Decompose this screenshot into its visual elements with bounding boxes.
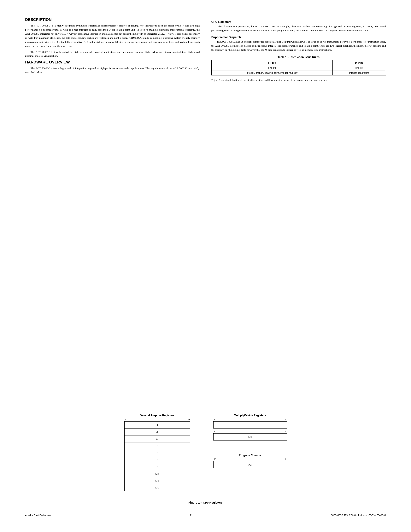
gpr-reg-9: r31 [124, 484, 190, 491]
right-registers: Multiply/Divide Registers 63 0 HI 63 0 [213, 414, 287, 468]
gpr-reg-0: 0 [124, 422, 190, 428]
program-counter-group: Program Counter 63 0 PC [213, 454, 287, 468]
pc-bit-labels: 63 0 [213, 458, 287, 461]
gpr-title: General Purpose Registers [140, 414, 175, 417]
description-para1: The ACT 7000SC is a highly integrated sy… [25, 24, 200, 48]
hardware-para: The ACT 7000SC offers a high-level of in… [25, 66, 200, 75]
description-title: DESCRIPTION [25, 17, 200, 22]
table-row: r1 [124, 428, 190, 436]
table-row: • [124, 456, 190, 463]
footer: Aeroflex Circuit Technology 2 SCD7000SC … [25, 512, 386, 516]
table-row: r31 [124, 484, 190, 491]
pc-reg: PC [213, 461, 287, 468]
gpr-reg-8: r30 [124, 477, 190, 484]
lo-reg: LO [213, 434, 287, 440]
gpr-bit-high: 63 [125, 418, 127, 421]
table-header-fpipe: F Pipe [211, 60, 333, 65]
lo-table: LO [213, 433, 287, 440]
program-counter-title: Program Counter [239, 454, 261, 457]
footer-right: SCD7000SC REV B 7/30/01 Plainview NY (51… [331, 514, 386, 516]
table-header-mpipe: M Pipe [333, 60, 386, 65]
gpr-reg-1: r1 [124, 428, 190, 436]
gpr-bit-labels: 63 0 [124, 418, 190, 421]
superscalar-para: The ACT 7000SC has an efficient symmetri… [211, 40, 386, 52]
pc-bit-high: 63 [214, 458, 216, 461]
hi-reg: HI [213, 422, 287, 428]
left-column: DESCRIPTION The ACT 7000SC is a highly i… [25, 17, 200, 404]
hi-bit-low: 0 [285, 418, 286, 421]
table-cell-fpipe-row2: integer, branch, floating-point, integer… [211, 70, 333, 75]
gpr-bit-low: 0 [188, 418, 189, 421]
gpr-reg-7: r29 [124, 470, 190, 477]
cpu-registers-title: CPU Registers [211, 20, 386, 23]
gpr-reg-4: • [124, 449, 190, 456]
table-title: Table 1 – Instruction Issue Rules [211, 56, 386, 59]
footer-left: Aeroflex Circuit Technology [25, 514, 51, 516]
hardware-title: HARDWARE OVERVIEW [25, 60, 200, 64]
table-row: • [124, 442, 190, 449]
table-row: HI [213, 422, 287, 428]
gpr-reg-6: • [124, 463, 190, 470]
figure-caption: Figure 1 – CP0 Registers [188, 501, 223, 504]
table-cell-mpipe-row1: one of: [333, 65, 386, 70]
table-cell-mpipe-row2: integer, load/store [333, 70, 386, 75]
gpr-reg-5: • [124, 456, 190, 463]
table-row: • [124, 449, 190, 456]
lo-bit-high: 63 [214, 430, 216, 433]
table-cell-fpipe-row1: one of: [211, 65, 333, 70]
table-row: PC [213, 461, 287, 468]
registers-row: General Purpose Registers 63 0 0 r1 r2 •… [25, 414, 386, 491]
cpu-registers-para: Like all MIPS ISA processors, the ACT 70… [211, 25, 386, 33]
lo-bit-labels: 63 0 [213, 430, 287, 433]
table-row: 0 [124, 422, 190, 428]
gpr-reg-2: r2 [124, 436, 190, 442]
figure2-note: Figure 2 is a simplification of the pipe… [211, 78, 386, 82]
table-row: r29 [124, 470, 190, 477]
superscalar-title: Superscalar Dispatch [211, 35, 386, 39]
table-row: r2 [124, 436, 190, 442]
table-row: r30 [124, 477, 190, 484]
figure-section: General Purpose Registers 63 0 0 r1 r2 •… [25, 414, 386, 504]
hi-bit-high: 63 [214, 418, 216, 421]
hi-table: HI [213, 421, 287, 428]
gpr-table: 0 r1 r2 • • • • r29 r30 r31 [124, 421, 190, 491]
pc-bit-low: 0 [285, 458, 286, 461]
gpr-group: General Purpose Registers 63 0 0 r1 r2 •… [124, 414, 190, 491]
description-para2: The ACT 7000SC is ideally suited for hig… [25, 50, 200, 58]
table-row: LO [213, 434, 287, 440]
table-row: • [124, 463, 190, 470]
gpr-reg-3: • [124, 442, 190, 449]
instruction-issue-table: F Pipe M Pipe one of: one of: integer, b… [211, 60, 386, 76]
main-content: DESCRIPTION The ACT 7000SC is a highly i… [25, 17, 386, 404]
multiply-divide-title: Multiply/Divide Registers [234, 414, 266, 417]
right-column: CPU Registers Like all MIPS ISA processo… [211, 17, 386, 404]
table-row: integer, branch, floating-point, integer… [211, 70, 386, 75]
page: DESCRIPTION The ACT 7000SC is a highly i… [0, 0, 411, 532]
footer-center: 2 [190, 514, 191, 516]
pc-table: PC [213, 461, 287, 468]
table-row: one of: one of: [211, 65, 386, 70]
lo-bit-low: 0 [285, 430, 286, 433]
hi-bit-labels: 63 0 [213, 418, 287, 421]
multiply-divide-group: Multiply/Divide Registers 63 0 HI 63 0 [213, 414, 287, 440]
